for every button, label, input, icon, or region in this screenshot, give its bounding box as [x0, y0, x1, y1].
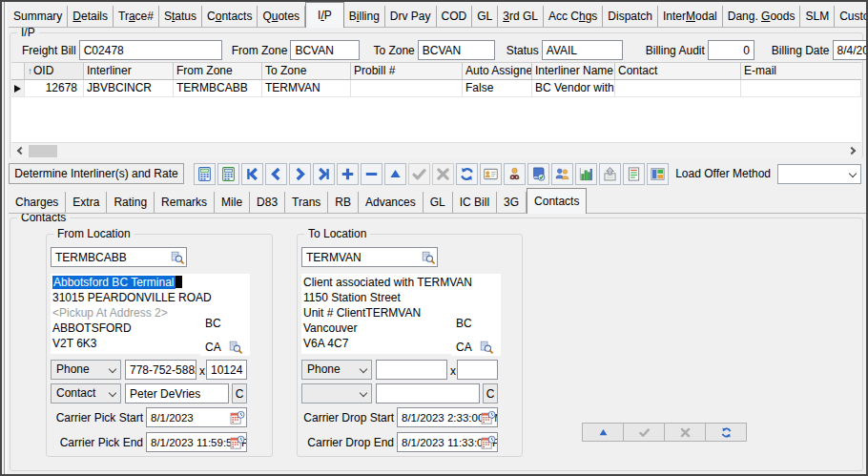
- tab-rb[interactable]: RB: [328, 192, 359, 214]
- to-contact-c-button[interactable]: C: [483, 383, 498, 404]
- tab-gl[interactable]: GL: [424, 192, 453, 214]
- cancel-button[interactable]: [664, 423, 706, 442]
- determine-interliner-rate-button[interactable]: Determine Interliner(s) and Rate: [9, 163, 184, 184]
- column-header-to-zone[interactable]: To Zone: [262, 63, 351, 80]
- cell-e-mail[interactable]: [741, 80, 861, 97]
- tab-billing[interactable]: Billing: [344, 6, 385, 28]
- table-row[interactable]: 12678JBVBCINCRTERMBCABBTERMVANFalseBC Ve…: [11, 80, 861, 97]
- scrollbar-thumb[interactable]: [29, 145, 57, 157]
- column-header-interliner-name[interactable]: Interliner Name: [532, 63, 615, 80]
- from-location-name[interactable]: Abbotsford BC Terminal: [52, 276, 176, 289]
- cell-contact[interactable]: [615, 80, 741, 97]
- report-button[interactable]: [623, 163, 645, 185]
- tab-dang-goods[interactable]: Dang. Goods: [723, 6, 801, 28]
- calculator-button[interactable]: [194, 163, 216, 185]
- column-header-auto-assigne[interactable]: Auto Assigne: [463, 63, 532, 80]
- send-up-button[interactable]: [599, 163, 621, 185]
- cell-to-zone[interactable]: TERMVAN: [262, 80, 351, 97]
- column-header-interliner[interactable]: Interliner: [84, 63, 174, 80]
- tab-acc-chgs[interactable]: Acc Chgs: [544, 6, 603, 28]
- nav-last-button[interactable]: [313, 163, 335, 185]
- billing-audit-input[interactable]: 0: [708, 40, 754, 60]
- post-button[interactable]: [623, 423, 665, 442]
- to-zone-input[interactable]: BCVAN: [418, 40, 495, 60]
- freight-bill-input[interactable]: C02478: [79, 40, 222, 60]
- calendar-clock-icon[interactable]: [481, 410, 496, 425]
- to-phone-ext-input[interactable]: [457, 360, 498, 380]
- from-country-field[interactable]: CA: [205, 341, 221, 354]
- find-contact-button[interactable]: [504, 163, 526, 185]
- tab-cod[interactable]: COD: [437, 6, 473, 28]
- tab-drv-pay[interactable]: Drv Pay: [385, 6, 437, 28]
- tab-rating[interactable]: Rating: [107, 192, 155, 214]
- refresh-button[interactable]: [705, 423, 747, 442]
- tab-contacts[interactable]: Contacts: [202, 6, 258, 28]
- book-check-button[interactable]: [527, 163, 549, 185]
- cell-from-zone[interactable]: TERMBCABB: [174, 80, 262, 97]
- from-province-field[interactable]: BC: [200, 310, 247, 336]
- to-province-field[interactable]: BC: [451, 310, 498, 336]
- tab-d83[interactable]: D83: [250, 192, 285, 214]
- tab-gl[interactable]: GL: [472, 6, 498, 28]
- billing-date-input[interactable]: 8/4/2023: [833, 40, 868, 60]
- from-contact-c-button[interactable]: C: [232, 383, 247, 404]
- tab-trans[interactable]: Trans: [285, 192, 328, 214]
- tab-extra[interactable]: Extra: [66, 192, 107, 214]
- from-country-lookup-icon[interactable]: [229, 341, 242, 354]
- tab-details[interactable]: Details: [68, 6, 114, 28]
- scroll-right-button[interactable]: [845, 143, 861, 159]
- post-button[interactable]: [408, 163, 430, 185]
- calendar-clock-icon[interactable]: [230, 435, 245, 450]
- column-header-e-mail[interactable]: E-mail: [741, 63, 861, 80]
- to-location-name[interactable]: Client associated with TERMVAN: [303, 275, 501, 290]
- to-address1[interactable]: 1150 Station Street: [303, 290, 501, 305]
- from-zone-input[interactable]: BCVAN: [290, 40, 360, 60]
- to-contact-input[interactable]: [376, 383, 480, 404]
- edit-button[interactable]: [582, 423, 624, 442]
- from-address1[interactable]: 31015 PEARDONVILLE ROAD: [52, 290, 250, 305]
- tab-custom-det[interactable]: Custom Det: [835, 6, 866, 28]
- to-phone-input[interactable]: [376, 360, 447, 380]
- to-country-field[interactable]: CA: [456, 341, 472, 354]
- tab-dispatch[interactable]: Dispatch: [603, 6, 658, 28]
- status-input[interactable]: AVAIL: [542, 40, 623, 60]
- column-header-contact[interactable]: Contact: [615, 63, 741, 80]
- nav-first-button[interactable]: [241, 163, 263, 185]
- tab-slm[interactable]: SLM: [800, 6, 835, 28]
- tab-status[interactable]: Status: [159, 6, 202, 28]
- to-location-code-input[interactable]: TERMVAN: [301, 247, 438, 267]
- tab-advances[interactable]: Advances: [359, 192, 424, 214]
- tab-quotes[interactable]: Quotes: [258, 6, 305, 28]
- tab-intermodal[interactable]: InterModal: [658, 6, 723, 28]
- calendar-clock-icon[interactable]: [230, 410, 245, 425]
- tab-ic-bill[interactable]: IC Bill: [453, 192, 497, 214]
- cell-probill[interactable]: [351, 80, 463, 97]
- column-header-oid[interactable]: ↑OID: [25, 63, 84, 80]
- grid-horizontal-scrollbar[interactable]: [11, 142, 861, 158]
- from-phone-input[interactable]: 778-752-5882: [125, 360, 196, 380]
- tab-3rd-gl[interactable]: 3rd GL: [498, 6, 544, 28]
- cell-oid[interactable]: 12678: [25, 80, 84, 97]
- tab-3g[interactable]: 3G: [497, 192, 527, 214]
- delete-button[interactable]: [361, 163, 382, 185]
- cell-interliner-name[interactable]: BC Vendor with: [532, 80, 615, 97]
- insert-button[interactable]: [337, 163, 359, 185]
- tab-mile[interactable]: Mile: [215, 192, 250, 214]
- calculator-alt-button[interactable]: [217, 163, 239, 185]
- tab-i-p[interactable]: I/P: [305, 2, 344, 28]
- tab-contacts[interactable]: Contacts: [527, 188, 587, 214]
- carrier-pick-start-input[interactable]: 8/1/2023: [146, 407, 247, 427]
- column-header-from-zone[interactable]: From Zone: [174, 63, 262, 80]
- from-phone-ext-input[interactable]: 10124: [206, 360, 247, 380]
- to-location-lookup-icon[interactable]: [422, 251, 435, 264]
- refresh-button[interactable]: [456, 163, 478, 185]
- cell-interliner[interactable]: JBVBCINCR: [84, 80, 174, 97]
- edit-button[interactable]: [384, 163, 406, 185]
- cancel-button[interactable]: [432, 163, 454, 185]
- users-button[interactable]: [551, 163, 573, 185]
- tab-charges[interactable]: Charges: [9, 192, 66, 214]
- tab-summary[interactable]: Summary: [9, 6, 68, 28]
- from-location-lookup-icon[interactable]: [171, 251, 184, 264]
- from-phone-type-select[interactable]: Phone: [51, 360, 121, 380]
- nav-prior-button[interactable]: [265, 163, 287, 185]
